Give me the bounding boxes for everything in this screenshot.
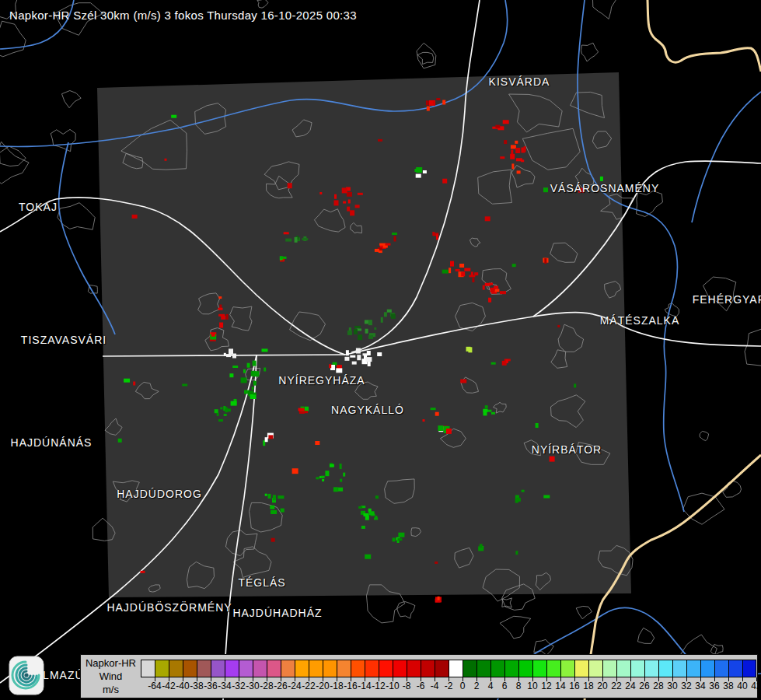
legend-color-cell [155, 660, 169, 677]
legend-value-label: -22 [302, 681, 315, 691]
legend-value-label: -26 [274, 681, 287, 691]
legend-value-label: 4 [488, 681, 494, 691]
legend-color-cell [490, 660, 504, 677]
legend-color-cell [239, 660, 253, 677]
legend-color-cell [714, 660, 728, 677]
legend-value-label: -18 [330, 681, 343, 691]
legend-value-label: 12 [541, 681, 551, 691]
legend-value-label: 36 [709, 681, 719, 691]
legend-color-cell [267, 660, 281, 677]
city-label: NAGYKÁLLÓ [331, 404, 404, 416]
legend-value-label: 28 [653, 681, 663, 691]
legend-color-cell [476, 660, 490, 677]
legend-value-label: -2 [445, 681, 453, 691]
legend-color-cells [141, 660, 756, 677]
legend-value-label: 22 [611, 681, 621, 691]
legend-value-label: 26 [639, 681, 649, 691]
legend-color-cell [700, 660, 714, 677]
legend-value-label: 42 [751, 681, 761, 691]
legend-value-label: 18 [583, 681, 593, 691]
legend-color-cell [630, 660, 644, 677]
legend-color-cell [365, 660, 379, 677]
legend-value-label: 24 [625, 681, 635, 691]
weather-app-spiral-logo [9, 656, 44, 695]
city-label: NYÍREGYHÁZA [278, 374, 365, 387]
legend-value-label: -42 [162, 681, 175, 691]
legend-value-label: -24 [288, 681, 301, 691]
legend-product-label: Napkor-HR [81, 656, 141, 670]
legend-value-label: -64 [148, 681, 161, 691]
legend-value-label: 34 [695, 681, 705, 691]
legend-value-label: -8 [403, 681, 411, 691]
legend-value-label: -10 [386, 681, 399, 691]
legend-value-label: 2 [474, 681, 480, 691]
legend-color-cell [197, 660, 211, 677]
legend-color-cell [309, 660, 323, 677]
legend-color-cell [379, 660, 393, 677]
legend-value-label: -32 [232, 681, 245, 691]
legend-color-cell [141, 660, 155, 677]
city-label: NYÍRBÁTOR [532, 443, 602, 456]
legend-color-cell [253, 660, 267, 677]
legend-color-cell [183, 660, 197, 677]
city-label: KISVÁRDA [489, 75, 550, 88]
color-scale-legend: Napkor-HR Wind m/s -64-42-40-38-36-34-32… [80, 654, 758, 698]
legend-color-cell [225, 660, 239, 677]
legend-value-label: 10 [527, 681, 537, 691]
legend-value-label: -16 [344, 681, 357, 691]
legend-color-cell [169, 660, 183, 677]
city-label: TOKAJ [19, 201, 58, 213]
legend-meta: Napkor-HR Wind m/s [81, 656, 141, 696]
legend-color-cell [281, 660, 295, 677]
legend-color-cell [574, 660, 588, 677]
legend-color-cell [421, 660, 435, 677]
legend-value-label: -34 [218, 681, 231, 691]
radar-title: Napkor-HR Szél 30km (m/s) 3 fokos Thursd… [9, 9, 357, 22]
legend-value-label: -12 [372, 681, 385, 691]
legend-value-label: 16 [569, 681, 579, 691]
legend-color-cell [602, 660, 616, 677]
radar-screenshot: Napkor-HR Szél 30km (m/s) 3 fokos Thursd… [0, 0, 761, 700]
legend-value-label: -40 [176, 681, 189, 691]
legend-color-cell [616, 660, 630, 677]
city-label: MÁTÉSZALKA [600, 314, 680, 327]
legend-value-label: -30 [246, 681, 259, 691]
city-label: TISZAVASVÁRI [21, 334, 106, 346]
legend-value-label: -36 [204, 681, 217, 691]
legend-color-cell [504, 660, 518, 677]
legend-color-cell [463, 660, 476, 677]
city-label: HAJDÚHADHÁZ [232, 607, 322, 619]
legend-color-cell [351, 660, 365, 677]
legend-color-cell [532, 660, 546, 677]
legend-unit-label: m/s [81, 683, 141, 696]
legend-color-cell [407, 660, 421, 677]
legend-value-label: -20 [316, 681, 329, 691]
legend-value-label: -6 [417, 681, 425, 691]
radar-map-canvas [0, 0, 761, 700]
legend-value-label: -28 [260, 681, 273, 691]
legend-color-cell [588, 660, 602, 677]
legend-color-cell [658, 660, 672, 677]
legend-value-label: 14 [555, 681, 565, 691]
legend-value-label: 6 [502, 681, 508, 691]
legend-color-cell [546, 660, 560, 677]
city-label: FEHÉRGYARMAT [693, 293, 761, 306]
city-label: HAJDÚBÖSZÖRMÉNY [106, 601, 232, 614]
legend-value-label: 32 [681, 681, 691, 691]
legend-color-cell [742, 660, 756, 677]
legend-color-cell [644, 660, 658, 677]
legend-color-cell [295, 660, 309, 677]
legend-value-label: -38 [190, 681, 203, 691]
legend-color-cell [393, 660, 407, 677]
legend-color-cell [337, 660, 351, 677]
legend-color-cell [728, 660, 742, 677]
legend-field-label: Wind [81, 670, 141, 683]
legend-value-label: 8 [516, 681, 522, 691]
legend-value-label: 30 [667, 681, 677, 691]
legend-value-label: -4 [431, 681, 439, 691]
legend-value-label: 38 [723, 681, 733, 691]
legend-value-label: 40 [737, 681, 747, 691]
legend-color-cell [323, 660, 337, 677]
city-label: TÉGLÁS [238, 576, 285, 589]
legend-value-label: 20 [597, 681, 607, 691]
